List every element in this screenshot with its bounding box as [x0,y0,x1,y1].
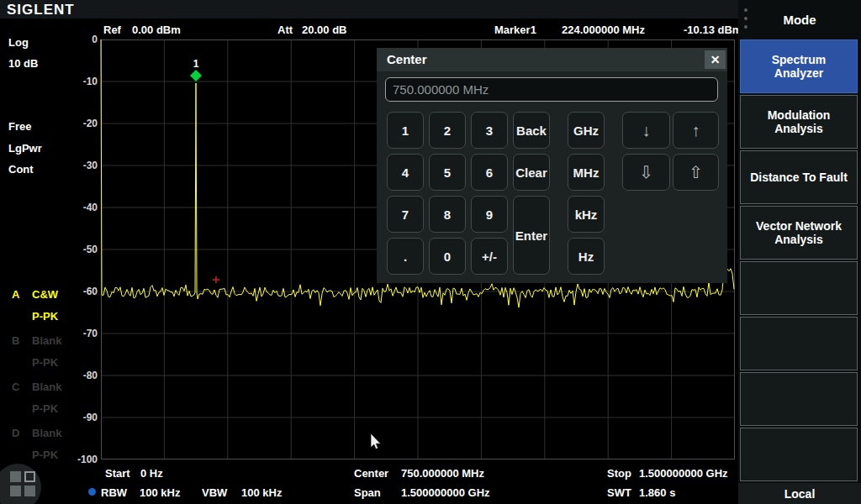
screen: 0-10-20-30-40-50-60-70-80-90-1001 SIGLEN… [0,0,861,504]
key-dot[interactable]: . [387,238,424,275]
close-icon[interactable]: ✕ [705,50,726,69]
y-axis-tick: -80 [83,370,98,381]
rbw-value[interactable]: 100 kHz [140,486,180,499]
mode-empty-2[interactable] [740,317,858,370]
center-value[interactable]: 750.000000 MHz [401,467,484,480]
y-axis-tick: -40 [83,202,98,213]
mode-modulation-analysis[interactable]: Modulation Analysis [740,95,858,149]
mode-header: Mode [738,0,861,39]
key-2[interactable]: 2 [429,112,466,149]
rbw-indicator-dot [88,488,96,496]
mode-empty-4[interactable] [740,428,858,481]
swt-label: SWT [607,486,631,499]
mode-empty-1[interactable] [740,261,858,315]
span-value[interactable]: 1.500000000 GHz [401,486,490,499]
arrow-up-outline-icon[interactable]: ⇧ [673,154,719,191]
rbw-label: RBW [101,486,127,499]
y-axis-tick: -20 [83,118,98,129]
y-axis-tick: -10 [83,76,98,87]
key-6[interactable]: 6 [471,154,508,191]
center-frequency-dialog: Center ✕ 1 2 3 Back GHz ↓ ↑ 4 5 6 Clear … [377,48,727,283]
mode-sidebar: Mode Spectrum Analyzer Modulation Analys… [738,0,861,504]
key-3[interactable]: 3 [471,112,508,149]
key-plus-minus[interactable]: +/- [471,238,508,275]
stop-value[interactable]: 1.500000000 GHz [639,467,728,480]
key-khz[interactable]: kHz [568,196,605,233]
marker-diamond-icon [190,70,202,81]
key-5[interactable]: 5 [429,154,466,191]
y-axis-tick: -90 [83,412,98,423]
key-hz[interactable]: Hz [568,238,605,275]
start-label: Start [105,467,130,480]
frequency-input[interactable] [385,77,718,102]
vbw-value[interactable]: 100 kHz [241,486,282,499]
start-value[interactable]: 0 Hz [140,467,163,480]
vbw-label: VBW [202,486,227,499]
grid-square-tl [10,471,21,482]
key-1[interactable]: 1 [387,112,424,149]
key-7[interactable]: 7 [387,196,424,233]
key-ghz[interactable]: GHz [568,112,605,149]
mode-spectrum-analyzer[interactable]: Spectrum Analyzer [740,39,858,93]
y-axis-tick: -50 [83,244,98,255]
grid-square-bl [10,486,21,496]
local-status[interactable]: Local [738,483,861,504]
stop-label: Stop [607,467,631,480]
y-axis-tick: 0 [92,34,98,45]
drag-handle-icon[interactable] [744,8,748,34]
y-axis-tick: -60 [83,286,98,297]
y-axis-tick: -30 [83,160,98,171]
key-enter[interactable]: Enter [513,196,550,275]
key-back[interactable]: Back [513,112,550,149]
key-mhz[interactable]: MHz [568,154,605,191]
key-9[interactable]: 9 [471,196,508,233]
key-4[interactable]: 4 [387,154,424,191]
y-axis-tick: -70 [83,328,98,339]
mouse-cursor-icon[interactable] [371,433,381,449]
mode-empty-3[interactable] [740,372,858,426]
key-clear[interactable]: Clear [513,154,550,191]
arrow-up-icon[interactable]: ↑ [673,112,719,149]
grid-square-br [24,486,35,496]
dialog-title[interactable]: Center [377,48,727,71]
mode-distance-to-fault[interactable]: Distance To Fault [740,150,858,204]
mode-vector-network-analysis[interactable]: Vector Network Analysis [740,206,858,260]
marker-number: 1 [193,58,199,70]
arrow-down-outline-icon[interactable]: ⇩ [622,154,670,191]
arrow-down-icon[interactable]: ↓ [622,112,670,149]
key-0[interactable]: 0 [429,238,466,275]
span-label: Span [354,486,381,499]
key-8[interactable]: 8 [429,196,466,233]
center-label: Center [354,467,388,480]
swt-value[interactable]: 1.860 s [639,486,675,499]
grid-square-tr [24,471,35,482]
y-axis-tick: -100 [77,454,98,465]
